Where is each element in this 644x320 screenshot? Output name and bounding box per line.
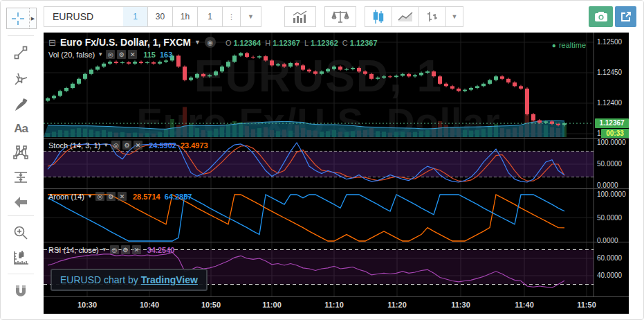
last-price-badge: 1.12367 [595, 118, 629, 128]
axis-label: 40.0000 [597, 272, 622, 279]
chart-title[interactable]: Euro Fx/U.S. Dollar, 1, FXCM [60, 37, 191, 48]
interval-more-button[interactable]: ⋮ [223, 6, 241, 27]
axis-label: 0.0000 [597, 237, 618, 245]
chart-area[interactable]: EURUSD, 1 Euro Fx/U.S. Dollar ⊟ Euro Fx/… [44, 33, 629, 314]
ohlc-values: O1.12364H1.12367L1.12362C1.12367 [221, 36, 378, 48]
study-settings-button[interactable]: ⚙ [107, 192, 116, 201]
ohlc-letter: L [304, 39, 309, 47]
measure-tool[interactable] [1, 246, 41, 269]
pane-separator[interactable] [44, 188, 629, 189]
chevron-down-icon[interactable]: ▼ [87, 193, 93, 199]
axis-label: 100.0000 [597, 139, 626, 146]
study-close-button[interactable]: ✕ [128, 50, 137, 59]
study-close-button[interactable]: ✕ [132, 245, 141, 254]
interval-dropdown-caret[interactable]: ▼ [241, 6, 261, 27]
realtime-dot-icon: ● [552, 42, 556, 49]
study-eye-button[interactable]: ◎ [106, 50, 115, 59]
arrow-left-icon [13, 196, 28, 208]
chevron-down-icon[interactable]: ▼ [194, 39, 201, 46]
study-value: 34.2540 [147, 246, 175, 254]
time-label: 11:30 [451, 301, 470, 309]
study-label[interactable]: Stoch (14, 3, 1) [48, 141, 100, 150]
symbol-input[interactable]: EURUSD [44, 6, 124, 27]
study-row-vol: Vol (20, false)▼◎⚙✕115163 [48, 49, 172, 60]
ohlc-value: 1.12367 [350, 39, 378, 47]
ohlc-letter: O [226, 39, 232, 47]
chevron-down-icon[interactable]: ▼ [103, 142, 109, 148]
study-value: 23.4973 [181, 141, 208, 150]
camera-button[interactable] [589, 6, 613, 27]
price-axis[interactable]: 1.125001.124501.124001.12350100.000050.0… [594, 33, 629, 296]
chevron-down-icon[interactable]: ▼ [98, 51, 103, 57]
brush-icon [13, 98, 28, 113]
compare-button[interactable] [324, 6, 356, 27]
compare-icon [331, 10, 349, 24]
study-label[interactable]: Aroon (14) [48, 193, 84, 201]
camera-icon [594, 11, 608, 22]
study-label[interactable]: RSI (14, close) [48, 246, 99, 254]
long-position-icon [12, 169, 29, 186]
axis-label: 60.0000 [597, 254, 622, 262]
tradingview-link[interactable]: TradingView [141, 274, 198, 285]
study-value: 28.5714 [133, 193, 160, 201]
axis-label: 50.0000 [597, 160, 622, 168]
pnf-style-icon [426, 10, 439, 24]
study-label[interactable]: Vol (20, false) [48, 51, 95, 59]
style-line-button[interactable] [392, 6, 419, 27]
study-eye-button[interactable]: ◎ [111, 141, 120, 150]
ohlc-value: 1.12362 [311, 39, 338, 47]
crosshair-expand-arrow[interactable]: ▶ [29, 8, 36, 28]
pitchfork-icon [12, 71, 29, 87]
time-label: 10:30 [77, 301, 97, 309]
line-style-icon [398, 11, 413, 22]
time-label: 11:10 [324, 301, 344, 309]
pitchfork-tool[interactable] [1, 67, 41, 91]
interval-button-1-0[interactable]: 1 [123, 6, 148, 27]
trend-line-icon [13, 45, 28, 60]
remove-drawings-tool[interactable] [1, 190, 41, 214]
chart-legend: ⊟ Euro Fx/U.S. Dollar, 1, FXCM ▼ ◉ O1.12… [48, 36, 378, 48]
style-pnf-button[interactable] [418, 6, 446, 27]
study-eye-button[interactable]: ◎ [95, 192, 104, 201]
time-label: 11:00 [262, 301, 282, 309]
text-tool-icon: Aa [14, 122, 28, 136]
indicators-icon [292, 10, 309, 24]
crosshair-tool-button[interactable]: ▶ [6, 8, 37, 29]
time-label: 10:40 [140, 301, 159, 309]
study-settings-button[interactable]: ⚙ [117, 50, 126, 59]
study-settings-button[interactable]: ⚙ [121, 245, 130, 254]
style-candles-button[interactable] [365, 6, 392, 27]
magnet-tool[interactable] [1, 279, 41, 303]
zoom-in-tool[interactable] [1, 221, 41, 245]
chart-canvas[interactable] [44, 33, 594, 296]
study-settings-button[interactable]: ⚙ [122, 141, 131, 150]
study-value: 24.5902 [149, 141, 176, 150]
long-position-tool[interactable] [1, 166, 41, 189]
study-close-button[interactable]: ✕ [118, 192, 127, 201]
pane-separator[interactable] [44, 242, 629, 242]
tradingview-chart-widget: ▶ Aa [0, 0, 644, 320]
style-caret-button[interactable]: ▼ [445, 6, 463, 27]
attribution-box: EURUSD chart by TradingView [50, 269, 208, 291]
study-eye-button[interactable]: ◎ [110, 245, 119, 254]
indicators-button[interactable] [284, 6, 316, 27]
study-close-button[interactable]: ✕ [134, 141, 142, 150]
axis-label: 1.12400 [597, 99, 622, 107]
interval-button-1h-2[interactable]: 1h [173, 6, 198, 27]
time-axis[interactable]: 10:3010:4010:5011:0011:1011:2011:3011:40… [44, 296, 629, 314]
interval-button-1-3[interactable]: 1 [198, 6, 223, 27]
text-tool[interactable]: Aa [1, 117, 41, 141]
study-row-rsi: RSI (14, close)▼◎⚙✕34.2540 [48, 245, 174, 255]
trend-line-tool[interactable] [1, 41, 41, 64]
brush-tool[interactable] [1, 94, 41, 117]
chevron-down-icon[interactable]: ▼ [102, 247, 107, 253]
eye-icon[interactable]: ◉ [205, 37, 216, 48]
collapse-icon[interactable]: ⊟ [48, 37, 56, 48]
pane-separator[interactable] [44, 138, 629, 139]
drawing-toolbar: ▶ Aa [1, 1, 41, 319]
toolbar-separator [8, 274, 34, 274]
toolbar-separator [8, 35, 34, 36]
xabcd-pattern-tool[interactable] [1, 141, 41, 164]
interval-button-30-1[interactable]: 30 [148, 6, 173, 27]
share-button[interactable] [615, 6, 636, 27]
